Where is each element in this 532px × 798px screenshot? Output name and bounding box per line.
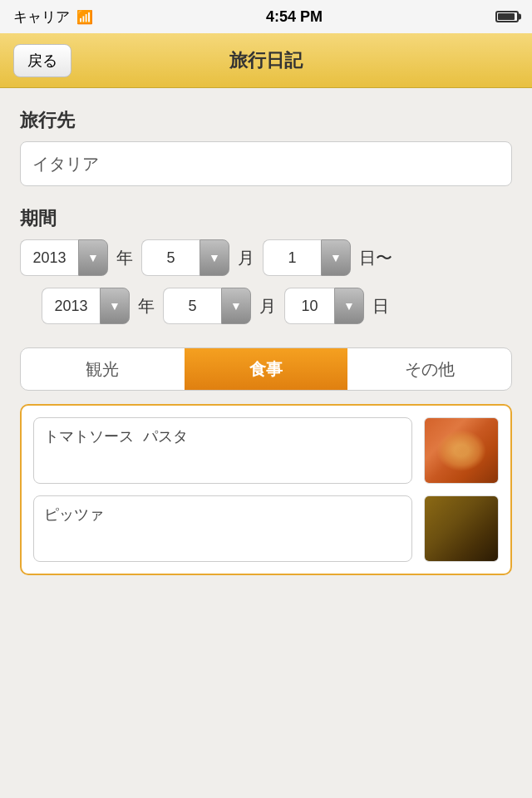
battery-icon <box>495 11 519 22</box>
start-month-arrow[interactable]: ▼ <box>200 239 229 276</box>
entry-1-text[interactable]: トマトソース パスタ <box>33 417 412 484</box>
page-title: 旅行日記 <box>229 48 303 73</box>
entry-2: ピッツァ <box>33 495 499 562</box>
tab-sightseeing[interactable]: 観光 <box>21 348 185 390</box>
end-month-value: 5 <box>163 288 221 324</box>
destination-input[interactable] <box>20 141 512 186</box>
nav-bar: 戻る 旅行日記 <box>0 33 532 88</box>
entry-2-text[interactable]: ピッツァ <box>33 495 412 562</box>
end-month-dropdown[interactable]: 5 ▼ <box>163 288 251 324</box>
entry-1: トマトソース パスタ <box>33 417 499 484</box>
end-day-value: 10 <box>284 288 334 324</box>
wifi-icon: 📶 <box>76 9 93 25</box>
tab-bar: 観光 食事 その他 <box>20 347 512 391</box>
pasta-image <box>425 418 498 483</box>
start-day-arrow[interactable]: ▼ <box>321 239 351 276</box>
carrier-label: キャリア <box>13 7 70 27</box>
entry-1-image[interactable] <box>424 417 499 484</box>
status-left: キャリア 📶 <box>13 7 93 27</box>
start-year-value: 2013 <box>20 239 78 276</box>
pizza-image <box>425 496 498 561</box>
month-unit-2: 月 <box>259 295 276 318</box>
end-day-arrow[interactable]: ▼ <box>334 288 364 324</box>
start-date-row: 2013 ▼ 年 5 ▼ 月 1 ▼ 日〜 <box>20 239 512 276</box>
entries-card: トマトソース パスタ ピッツァ <box>20 404 512 575</box>
start-month-dropdown[interactable]: 5 ▼ <box>141 239 229 276</box>
end-date-row: 2013 ▼ 年 5 ▼ 月 10 ▼ 日 <box>20 288 512 324</box>
day-unit-1: 日〜 <box>359 247 392 269</box>
entry-2-image[interactable] <box>424 495 499 562</box>
tab-food[interactable]: 食事 <box>185 348 348 390</box>
start-day-dropdown[interactable]: 1 ▼ <box>263 239 351 276</box>
end-month-arrow[interactable]: ▼ <box>221 288 251 324</box>
content-area: 旅行先 期間 2013 ▼ 年 5 ▼ 月 1 ▼ 日〜 <box>0 88 532 575</box>
start-year-arrow[interactable]: ▼ <box>78 239 108 276</box>
tab-other[interactable]: その他 <box>347 348 511 390</box>
day-unit-2: 日 <box>372 295 389 318</box>
status-right <box>495 11 519 22</box>
end-day-dropdown[interactable]: 10 ▼ <box>284 288 364 324</box>
end-year-arrow[interactable]: ▼ <box>100 288 130 324</box>
year-unit-1: 年 <box>116 247 133 269</box>
start-month-value: 5 <box>141 239 200 276</box>
time-label: 4:54 PM <box>266 8 323 26</box>
back-button[interactable]: 戻る <box>13 44 71 77</box>
destination-label: 旅行先 <box>20 108 512 133</box>
period-label: 期間 <box>20 206 512 231</box>
start-day-value: 1 <box>263 239 321 276</box>
start-year-dropdown[interactable]: 2013 ▼ <box>20 239 108 276</box>
year-unit-2: 年 <box>138 295 155 318</box>
end-year-value: 2013 <box>42 288 100 324</box>
end-year-dropdown[interactable]: 2013 ▼ <box>42 288 130 324</box>
status-bar: キャリア 📶 4:54 PM <box>0 0 532 33</box>
month-unit-1: 月 <box>238 247 254 269</box>
period-section: 期間 2013 ▼ 年 5 ▼ 月 1 ▼ 日〜 2013 ▼ <box>20 206 512 324</box>
